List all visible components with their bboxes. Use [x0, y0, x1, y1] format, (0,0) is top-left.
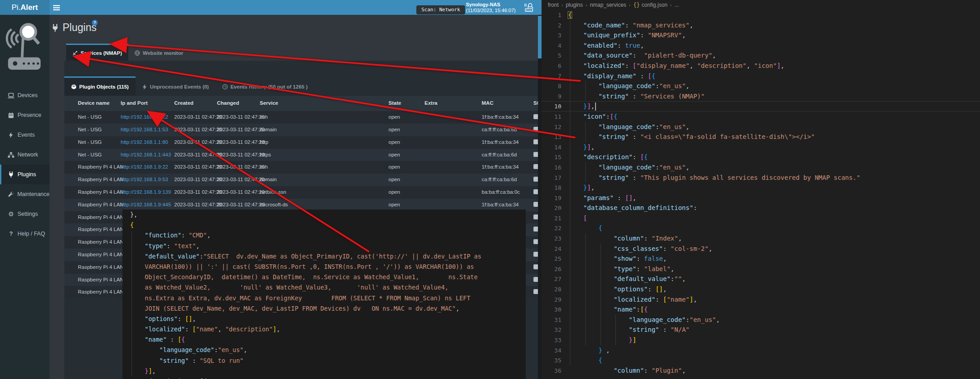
cell-ip-port-link[interactable]: http://192.168.1.9:22	[121, 164, 168, 169]
status-checkbox[interactable]: ✓	[533, 202, 538, 207]
column-header-changed[interactable]: Changed	[217, 100, 239, 106]
sidebar-item-events[interactable]: Events	[0, 125, 50, 145]
column-header-extra[interactable]: Extra	[425, 100, 438, 106]
hamburger-icon[interactable]	[53, 4, 60, 10]
cell-created: 2023-03-11 02:47:20	[174, 189, 222, 195]
line-number: 27	[542, 274, 561, 285]
column-header-mac[interactable]: MAC	[482, 100, 493, 106]
code-line: 19 "params" : [],	[542, 193, 980, 203]
cell-ip-port-link[interactable]: http://192.168.1.1:53	[121, 127, 168, 132]
popup-code-line: as Watched_Value2, 'null' as Watched_Val…	[122, 282, 526, 293]
breadcrumb-item[interactable]: nmap_services	[590, 2, 626, 8]
cell-device-name: Raspberry Pi 4 LAN	[78, 252, 124, 257]
sidebar-item-network[interactable]: Network	[0, 145, 50, 165]
status-checkbox[interactable]: ✓	[533, 164, 538, 169]
cell-mac: ba:ba:ff:ca:ba:0c	[482, 189, 520, 195]
sidebar-item-help-faq[interactable]: ?Help / FAQ	[0, 224, 50, 244]
tab-label: Events History (50 out of 1265 )	[230, 84, 307, 89]
code-line: 18 }],	[542, 183, 980, 193]
status-checkbox[interactable]: ✓	[533, 127, 538, 132]
status-checkbox[interactable]: ✓	[533, 239, 538, 244]
table-header: Device nameIp and PortCreatedChangedServ…	[64, 96, 538, 111]
cell-device-name: Net - USG	[78, 152, 102, 157]
popup-code-line: {	[122, 220, 526, 230]
laptop-icon	[7, 93, 15, 98]
cell-ip-port-link[interactable]: http://192.168.1.9:139	[121, 189, 171, 195]
column-header-state[interactable]: State	[388, 100, 401, 106]
column-header-status[interactable]: Status	[533, 100, 538, 106]
status-checkbox[interactable]: ✓	[533, 227, 538, 232]
cell-ip-port-link[interactable]: http://192.168.1.1:443	[121, 152, 171, 157]
status-checkbox[interactable]: ✓	[533, 252, 538, 257]
scan-status-badge: Scan: Network	[416, 5, 465, 14]
sidebar-item-devices[interactable]: Devices	[0, 85, 50, 105]
tab-events-history-50-out-of-1265[interactable]: Events History (50 out of 1265 )	[216, 76, 314, 96]
tab-plugin-objects-115[interactable]: Plugin Objects (115)	[64, 76, 135, 96]
status-checkbox[interactable]: ✓	[533, 289, 538, 294]
status-checkbox[interactable]: ✓	[533, 214, 538, 219]
status-checkbox[interactable]: ✓	[533, 264, 538, 269]
tab-label: Unprocessed Events (0)	[150, 84, 209, 89]
tab-services-nmap[interactable]: Services (NMAP)	[66, 44, 128, 61]
clock-icon	[222, 84, 228, 89]
column-header-service[interactable]: Service	[260, 100, 278, 106]
line-number: 25	[542, 254, 561, 264]
code-editor[interactable]: front›plugins›nmap_services›{}config.jso…	[542, 0, 980, 379]
code-line: 21 [	[542, 213, 980, 223]
breadcrumb-item[interactable]: {}config.json	[633, 2, 668, 8]
breadcrumb-item[interactable]: plugins	[566, 2, 583, 8]
tab-unprocessed-events-0[interactable]: Unprocessed Events (0)	[135, 76, 216, 96]
status-checkbox[interactable]: ✓	[533, 139, 538, 144]
cell-ip-port-link[interactable]: http://192.168.1.1:22	[121, 114, 168, 120]
cell-service: ssh	[260, 164, 268, 169]
line-number: 21	[542, 214, 561, 224]
status-checkbox[interactable]: ✓	[533, 177, 538, 182]
line-number: 28	[542, 285, 561, 295]
table-row: Net - USGhttp://192.168.1.1:802023-03-11…	[64, 136, 538, 149]
indent-guide	[585, 81, 586, 101]
app-logo[interactable]: Pi.Alert	[0, 0, 50, 15]
sidebar-item-label: Plugins	[18, 171, 36, 178]
status-checkbox[interactable]: ✓	[533, 189, 538, 194]
sidebar-item-presence[interactable]: Presence	[0, 105, 50, 125]
column-header-created[interactable]: Created	[174, 100, 194, 106]
code-line: 7 "display_name" : [{	[542, 71, 980, 81]
status-checkbox[interactable]: ✓	[533, 114, 538, 119]
cell-ip-port-link[interactable]: http://192.168.1.9:53	[121, 177, 168, 182]
cell-ip-port-link[interactable]: http://192.168.1.1:80	[121, 139, 168, 145]
column-header-device-name[interactable]: Device name	[78, 100, 109, 106]
cell-mac: 1f:ba:ff:ca:ba:34	[482, 202, 519, 207]
table-row: Raspberry Pi 4 LANhttp://192.168.1.9:532…	[64, 174, 538, 186]
code-line: 13 "string" : "<i class=\"fa-solid fa-sa…	[542, 132, 980, 142]
breadcrumb-item[interactable]: ...	[674, 2, 679, 8]
column-header-ip-and-port[interactable]: Ip and Port	[121, 100, 148, 106]
pialert-logo-icon	[5, 19, 44, 79]
help-badge[interactable]: ?	[92, 20, 98, 26]
current-line-highlight	[542, 101, 980, 111]
sidebar-item-maintenance[interactable]: Maintenance	[0, 184, 50, 204]
host-info: Synology-NAS (11/03/2023, 15:46:07)	[466, 2, 516, 13]
cell-ip-port-link[interactable]: http://192.168.1.9:445	[121, 202, 171, 207]
tab-website-monitor[interactable]: Website monitor	[128, 44, 190, 61]
scrollbar-navbar-cap	[538, 0, 542, 15]
host-timestamp: (11/03/2023, 15:46:07)	[466, 8, 516, 13]
top-navbar: Pi.Alert Scan: Network Synology-NAS (11/…	[0, 0, 542, 15]
plug-icon	[7, 171, 15, 178]
breadcrumb-item[interactable]: front	[548, 2, 559, 8]
code-area[interactable]: 1{2 "code_name": "nmap_services",3 "uniq…	[542, 10, 980, 379]
page-scrollbar[interactable]	[538, 0, 542, 379]
popup-code-line: "options": [],	[122, 314, 526, 324]
sidebar-item-plugins[interactable]: Plugins	[0, 165, 50, 184]
cell-state: open	[388, 164, 400, 169]
status-checkbox[interactable]: ✓	[533, 152, 538, 157]
status-checkbox[interactable]: ✓	[533, 277, 538, 282]
code-line: 31 "language_code":"en_us",	[542, 315, 980, 325]
app-logo-prefix: Pi.	[12, 3, 21, 12]
code-line: 17 "string" : "This plugin shows all ser…	[542, 173, 980, 183]
line-number: 22	[542, 223, 561, 234]
scrollbar-thumb[interactable]	[538, 16, 542, 58]
sidebar-item-settings[interactable]: ⚙Settings	[0, 204, 50, 224]
sidebar-item-label: Network	[18, 152, 38, 158]
code-line: 5 "data_source": "pialert-db-query",	[542, 50, 980, 61]
cube-icon	[71, 84, 77, 89]
